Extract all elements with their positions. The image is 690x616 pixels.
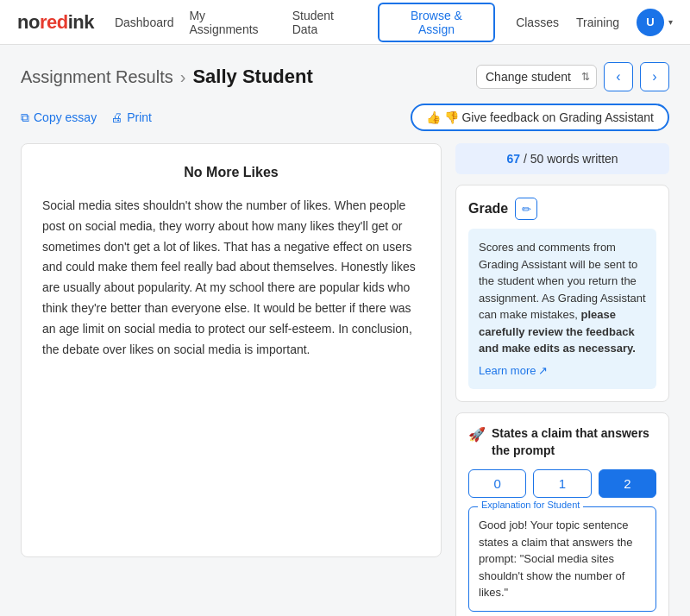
essay-body: Social media sites shouldn't show the nu… [42,196,420,360]
nav-classes[interactable]: Classes [516,16,559,29]
action-row: ⧉ Copy essay 🖨 Print 👍 👎 Give feedback o… [21,104,669,131]
score-1-button[interactable]: 1 [533,469,591,498]
change-student-select[interactable]: Change student [476,65,597,89]
header-row: Assignment Results › Sally Student Chang… [21,62,669,91]
navbar: noredink Dashboard My Assignments Studen… [0,0,690,45]
explanation-label: Explanation for Student [478,500,583,510]
words-written-count: 67 [506,152,520,166]
right-panel: 67 / 50 words written Grade ✏ Scores and… [455,143,669,616]
breadcrumb: Assignment Results › Sally Student [21,66,313,88]
nav-links: Dashboard My Assignments Student Data Br… [115,3,495,42]
grading-info-text1: Scores and comments from Grading Assista… [479,241,646,321]
word-count-target: 50 [530,152,544,166]
word-count-bar: 67 / 50 words written [455,143,669,174]
browse-assign-button[interactable]: Browse & Assign [378,3,495,42]
change-student-wrapper: Change student [476,65,597,89]
word-count-separator: / [524,152,530,166]
criteria-1-title: States a claim that answers the prompt [492,425,656,459]
score-buttons: 0 1 2 [468,469,656,498]
student-name: Sally Student [192,66,312,88]
criteria-1-card: 🚀 States a claim that answers the prompt… [455,412,669,616]
essay-panel: No More Likes Social media sites shouldn… [21,143,442,557]
nav-training[interactable]: Training [576,16,619,29]
nav-right: Classes Training U ▾ [516,9,673,36]
feedback-button[interactable]: 👍 👎 Give feedback on Grading Assistant [411,104,669,131]
assignment-results-link[interactable]: Assignment Results [21,67,173,87]
score-2-button[interactable]: 2 [599,469,656,498]
grade-edit-button[interactable]: ✏ [515,198,537,220]
avatar-chevron-icon: ▾ [668,17,673,27]
explanation-box: Explanation for Student Good job! Your t… [468,506,656,612]
next-student-button[interactable]: › [640,62,669,91]
score-0-button[interactable]: 0 [468,469,526,498]
external-link-icon: ↗ [538,362,548,380]
grade-header: Grade ✏ [468,198,656,220]
copy-icon: ⧉ [21,110,29,125]
print-link[interactable]: 🖨 Print [110,110,152,124]
essay-title: No More Likes [42,165,420,180]
avatar[interactable]: U [637,9,664,36]
grading-info-box: Scores and comments from Grading Assista… [468,229,656,389]
grade-label: Grade [468,201,508,217]
two-column-layout: No More Likes Social media sites shouldn… [21,143,669,616]
explanation-text: Good job! Your topic sentence states a c… [470,508,655,610]
nav-my-assignments[interactable]: My Assignments [189,9,276,36]
copy-essay-link[interactable]: ⧉ Copy essay [21,110,97,125]
main-content: Assignment Results › Sally Student Chang… [0,45,690,616]
brand-logo: noredink [17,11,94,34]
criteria-1-icon: 🚀 [468,426,486,443]
learn-more-link[interactable]: Learn more ↗ [479,362,548,380]
nav-dashboard[interactable]: Dashboard [115,16,174,29]
criteria-1-header: 🚀 States a claim that answers the prompt [468,425,656,459]
nav-student-data[interactable]: Student Data [292,9,362,36]
student-nav: Change student ‹ › [476,62,669,91]
prev-student-button[interactable]: ‹ [604,62,633,91]
print-icon: 🖨 [110,110,122,124]
breadcrumb-arrow-icon: › [180,67,186,87]
grade-section: Grade ✏ Scores and comments from Grading… [455,185,669,402]
